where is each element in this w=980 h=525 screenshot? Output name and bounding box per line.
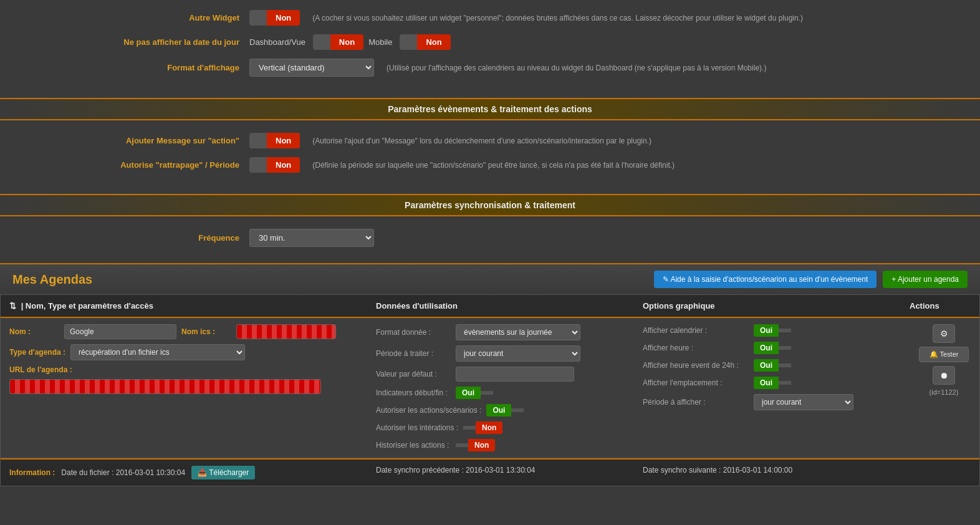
format-donnee-select[interactable]: évènements sur la journée évènements sur… [456, 324, 580, 340]
ajouter-message-non-btn[interactable]: Non [267, 133, 300, 148]
mobile-non-btn[interactable]: Non [417, 34, 450, 50]
col2-data: Format donnée : évènements sur la journé… [376, 324, 638, 451]
nom-input[interactable] [64, 324, 176, 339]
nom-label: Nom : [9, 327, 59, 336]
historiser-label: Historiser les actions : [376, 441, 451, 450]
section-divider-2: Paramètres synchronisation & traitement [0, 194, 980, 216]
format-affichage-select[interactable]: Vertical (standard) Horizontal Liste [249, 59, 374, 77]
afficher-emplacement-oui-btn[interactable]: Oui [754, 377, 779, 389]
frequence-label: Fréquence [12, 233, 249, 243]
table-header: ⇅ | Nom, Type et paramètres d'accès Donn… [1, 295, 979, 318]
indicateurs-label: Indicateurs début/fin : [376, 388, 451, 397]
col4-data: ⚙ 🔔 Tester ⏺ (id=1122) [910, 324, 978, 396]
circle-btn[interactable]: ⏺ [933, 366, 955, 385]
autorise-rattrapage-non-btn[interactable]: Non [267, 157, 300, 173]
autorise-rattrapage-toggle[interactable]: Non [249, 157, 300, 173]
afficher-heure-event-off-btn[interactable] [779, 364, 791, 367]
autre-widget-label: Autre Widget [12, 13, 249, 22]
afficher-heure-oui-btn[interactable]: Oui [754, 342, 779, 354]
afficher-heure-event-oui-btn[interactable]: Oui [754, 359, 779, 372]
date-synchro-precedente: Date synchro précédente : 2016-03-01 13:… [376, 466, 536, 474]
autre-widget-off-btn[interactable] [249, 15, 267, 21]
dashboard-off-btn[interactable] [313, 39, 330, 46]
col3-header: Options graphique [643, 301, 905, 311]
agendas-title: Mes Agendas [12, 272, 92, 287]
afficher-calendrier-oui-btn[interactable]: Oui [754, 324, 779, 337]
autorise-rattrapage-off-btn[interactable] [249, 162, 267, 168]
format-affichage-hint: (Utilisé pour l'affichage des calendrier… [387, 64, 766, 72]
dashboard-non-btn[interactable]: Non [330, 34, 363, 50]
valeur-defaut-label: Valeur par défaut : [376, 370, 451, 378]
afficher-calendrier-toggle[interactable]: Oui [754, 324, 791, 337]
agendas-header: Mes Agendas ✎ Aide à la saisie d'actions… [0, 263, 980, 294]
valeur-defaut-input[interactable] [456, 367, 574, 382]
sort-icon: ⇅ [9, 301, 16, 311]
url-agenda-redacted [9, 379, 321, 394]
autorise-rattrapage-label: Autorise "rattrapage" / Période [12, 160, 249, 170]
autoriser-interactions-toggle[interactable]: Non [463, 421, 502, 434]
periode-traiter-label: Période à traiter : [376, 349, 451, 358]
aide-saisie-btn[interactable]: ✎ Aide à la saisie d'actions/scénarion a… [654, 271, 877, 288]
tester-btn[interactable]: 🔔 Tester [919, 347, 969, 362]
periode-traiter-select[interactable]: jour courant semaine courante mois coura… [456, 345, 580, 362]
autre-widget-toggle[interactable]: Non [249, 10, 300, 26]
id-label: (id=1122) [930, 388, 959, 396]
col1-header: ⇅ | Nom, Type et paramètres d'accès [9, 301, 371, 311]
autoriser-interactions-off-btn[interactable] [463, 426, 476, 430]
afficher-emplacement-off-btn[interactable] [779, 381, 791, 385]
dashboard-label: Dashboard/Vue [249, 37, 305, 47]
ajouter-message-off-btn[interactable] [249, 138, 267, 144]
date-fichier: Date du fichier : 2016-03-01 10:30:04 [61, 468, 185, 477]
afficher-heure-event-toggle[interactable]: Oui [754, 359, 791, 372]
afficher-heure-event-label: Afficher heure event de 24h : [643, 361, 749, 370]
historiser-off-btn[interactable] [456, 443, 468, 447]
ajouter-agenda-btn[interactable]: + Ajouter un agenda [883, 271, 968, 288]
autorise-rattrapage-hint: (Définie la période sur laquelle une "ac… [312, 161, 675, 170]
afficher-emplacement-label: Afficher l'emplacement : [643, 378, 749, 387]
format-affichage-label: Format d'affichage [12, 63, 249, 72]
dashboard-toggle[interactable]: Non [313, 34, 363, 50]
autoriser-actions-toggle[interactable]: Oui [486, 404, 524, 417]
afficher-heure-off-btn[interactable] [779, 346, 791, 350]
config-btn[interactable]: ⚙ [933, 324, 955, 343]
nom-ics-label: Nom ics : [181, 327, 231, 336]
autoriser-interactions-label: Autoriser les intérations : [376, 423, 458, 432]
ajouter-message-hint: (Autorise l'ajout d'un "Message" lors du… [312, 137, 651, 145]
afficher-heure-label: Afficher heure : [643, 344, 749, 352]
url-agenda-label: URL de l'agenda : [9, 365, 72, 374]
col3-data: Afficher calendrier : Oui Afficher heure… [643, 324, 905, 410]
nom-ics-redacted [236, 324, 336, 339]
indicateurs-off-btn[interactable] [481, 391, 493, 395]
autoriser-actions-off-btn[interactable] [511, 408, 524, 412]
periode-afficher-select[interactable]: jour courant semaine courante mois coura… [754, 394, 853, 410]
info-col3: Date synchro suivante : 2016-03-01 14:00… [643, 466, 905, 479]
agendas-table: ⇅ | Nom, Type et paramètres d'accès Donn… [0, 294, 980, 486]
afficher-calendrier-label: Afficher calendrier : [643, 326, 749, 335]
indicateurs-toggle[interactable]: Oui [456, 387, 493, 399]
historiser-non-btn[interactable]: Non [468, 439, 495, 451]
afficher-heure-toggle[interactable]: Oui [754, 342, 791, 354]
date-synchro-suivante: Date synchro suivante : 2016-03-01 14:00… [643, 466, 792, 474]
autoriser-actions-oui-btn[interactable]: Oui [486, 404, 511, 417]
afficher-emplacement-toggle[interactable]: Oui [754, 377, 791, 389]
autoriser-interactions-non-btn[interactable]: Non [476, 421, 502, 434]
section-divider-1: Paramètres évènements & traitement des a… [0, 98, 980, 120]
periode-afficher-label: Période à afficher : [643, 398, 749, 407]
ajouter-message-toggle[interactable]: Non [249, 133, 300, 148]
info-label: Information : [9, 468, 55, 477]
ne-pas-afficher-label: Ne pas afficher la date du jour [12, 37, 249, 47]
indicateurs-oui-btn[interactable]: Oui [456, 387, 481, 399]
frequence-select[interactable]: 5 min. 10 min. 15 min. 30 min. 1 heure 2… [249, 229, 374, 247]
autre-widget-non-btn[interactable]: Non [267, 10, 300, 26]
autre-widget-hint: (A cocher si vous souhaitez utiliser un … [312, 14, 803, 22]
autoriser-actions-label: Autoriser les actions/scénarios : [376, 406, 481, 415]
historiser-toggle[interactable]: Non [456, 439, 495, 451]
telecharger-btn[interactable]: 📥 Télécharger [191, 466, 255, 479]
table-row: Nom : Nom ics : Type d'agenda : récupéra… [1, 318, 979, 458]
mobile-label: Mobile [368, 37, 392, 47]
mobile-toggle[interactable]: Non [400, 34, 450, 50]
col1-data: Nom : Nom ics : Type d'agenda : récupéra… [9, 324, 371, 394]
afficher-calendrier-off-btn[interactable] [779, 329, 791, 332]
mobile-off-btn[interactable] [400, 39, 417, 46]
type-agenda-select[interactable]: récupération d'un fichier ics Google Cal… [70, 344, 245, 360]
